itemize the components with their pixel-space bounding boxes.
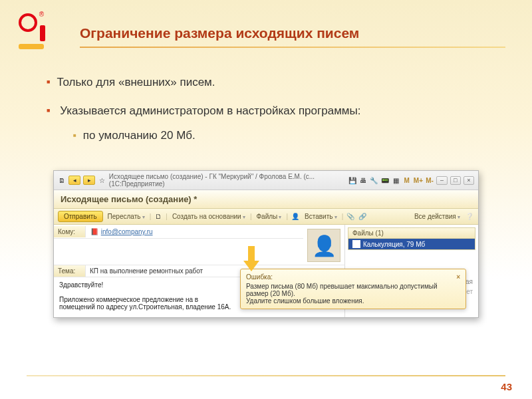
error-title: Ошибка: (246, 273, 273, 281)
1c-logo (19, 13, 53, 48)
page-number: 43 (501, 381, 512, 392)
avatar: 👤 (307, 229, 340, 262)
error-line2: Удалите слишком большие вложения. (246, 297, 460, 305)
contact-icon[interactable]: 👤 (291, 212, 300, 221)
app-icon: 🗎 (58, 176, 66, 185)
app-window: 🗎 ◂ ▸ ☆ Исходящее письмо (создание) - ГК… (53, 170, 479, 318)
files-panel-header: Файлы (1) (348, 227, 475, 239)
forward-menu[interactable]: Переслать (106, 212, 147, 221)
to-value: info@company.ru (101, 228, 153, 235)
to-label: Кому: (54, 226, 86, 237)
save-icon[interactable]: 💾 (348, 176, 356, 185)
files-menu[interactable]: Файлы (254, 212, 283, 221)
file-item[interactable]: Калькуляция, 79 Мб (348, 239, 475, 250)
send-button[interactable]: Отправить (58, 211, 103, 222)
mem-mplus[interactable]: M+ (414, 176, 423, 185)
close-button[interactable]: × (464, 176, 474, 185)
form-header: Исходящее письмо (создание) * (54, 190, 478, 209)
toolbar: Отправить Переслать | 🗋 | Создать на осн… (54, 209, 478, 225)
mem-m[interactable]: M (402, 176, 410, 185)
new-icon[interactable]: 🗋 (154, 212, 163, 221)
insert-menu[interactable]: Вставить (303, 212, 339, 221)
error-tooltip: Ошибка: × Размер письма (80 Мб) превышае… (240, 269, 466, 309)
star-icon[interactable]: ☆ (98, 176, 106, 185)
link-icon[interactable]: 🔗 (358, 212, 367, 221)
all-actions-menu[interactable]: Все действия (412, 212, 462, 221)
attach-icon[interactable]: 📎 (346, 212, 355, 221)
maximize-button[interactable]: □ (450, 176, 461, 185)
create-based-menu[interactable]: Создать на основании (170, 212, 247, 221)
nav-back-button[interactable]: ◂ (68, 176, 80, 185)
bullet-list: Только для «внешних» писем. Указывается … (47, 73, 505, 156)
bullet-2: Указывается администратором в настройках… (47, 102, 505, 144)
subject-label: Тема: (54, 265, 86, 277)
titlebar: 🗎 ◂ ▸ ☆ Исходящее письмо (создание) - ГК… (54, 171, 478, 190)
help-icon[interactable]: ❔ (465, 212, 474, 221)
sub-bullet-1: по умолчанию 20 Мб. (73, 126, 505, 144)
calc-icon[interactable]: 📟 (381, 176, 389, 185)
file-icon (352, 240, 360, 248)
minimize-button[interactable]: – (436, 176, 447, 185)
callout-arrow (243, 246, 259, 273)
title-underline (80, 47, 505, 48)
error-line1: Размер письма (80 Мб) превышает максимал… (246, 283, 460, 297)
grid-icon[interactable]: ▦ (392, 176, 400, 185)
footer-line (27, 375, 505, 376)
file-name: Калькуляция, 79 Мб (363, 241, 425, 248)
tool-icon[interactable]: 🔧 (370, 176, 378, 185)
print-icon[interactable]: 🖶 (359, 176, 367, 185)
to-field[interactable]: Кому: 📕 info@company.ru (54, 225, 303, 239)
bullet-1: Только для «внешних» писем. (47, 73, 505, 91)
window-title: Исходящее письмо (создание) - ГК "Меркур… (109, 173, 343, 188)
error-close-button[interactable]: × (456, 273, 460, 281)
contact-book-icon[interactable]: 📕 (90, 227, 99, 236)
slide-title: Ограничение размера исходящих писем (80, 25, 359, 41)
nav-fwd-button[interactable]: ▸ (83, 176, 95, 185)
mem-mminus[interactable]: M- (426, 176, 434, 185)
